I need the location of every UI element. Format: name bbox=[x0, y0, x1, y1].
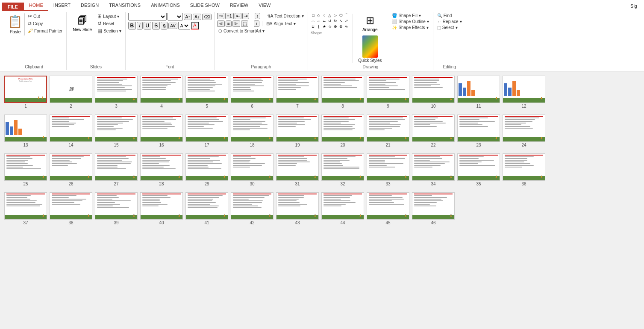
shape-cell[interactable]: ☆ bbox=[327, 24, 332, 29]
font-face-select[interactable] bbox=[128, 13, 167, 21]
slide-item[interactable]: 🧍 13 bbox=[4, 115, 47, 147]
slide-item[interactable]: 🧍7 bbox=[276, 76, 319, 109]
slide-item[interactable]: 🧍36 bbox=[503, 153, 545, 186]
shape-cell[interactable]: ∿ bbox=[344, 24, 349, 29]
shape-cell[interactable]: ⤡ bbox=[338, 18, 344, 24]
slide-item[interactable]: 🧍46 bbox=[412, 192, 455, 225]
shape-effects-button[interactable]: ✨ Shape Effects ▾ bbox=[391, 25, 430, 30]
section-button[interactable]: ▤ Section ▾ bbox=[96, 27, 122, 34]
tab-file[interactable]: FILE bbox=[2, 3, 24, 11]
shape-cell[interactable]: ⬠ bbox=[338, 13, 344, 18]
slide-item[interactable]: 🧍37 bbox=[4, 192, 47, 225]
slide-item[interactable]: ﷽2 bbox=[50, 76, 92, 109]
shape-cell[interactable]: ⊔ bbox=[311, 24, 316, 29]
slide-item[interactable]: 🧍4 bbox=[140, 76, 183, 109]
align-left-button[interactable]: ⫷ bbox=[217, 21, 225, 27]
slide-item[interactable]: 🧍41 bbox=[185, 192, 228, 225]
slide-item[interactable]: 🧍45 bbox=[367, 192, 409, 225]
slide-item[interactable]: 🧍23 bbox=[457, 115, 500, 147]
clear-format-button[interactable]: ⌫ bbox=[202, 14, 212, 20]
slide-item[interactable]: 🧍18 bbox=[231, 115, 273, 147]
italic-button[interactable]: I bbox=[137, 22, 142, 29]
slide-item[interactable]: 🧍38 bbox=[50, 192, 92, 225]
font-color-button[interactable]: A bbox=[191, 22, 199, 29]
font-size-select[interactable] bbox=[168, 13, 183, 21]
tab-view[interactable]: VIEW bbox=[253, 0, 276, 11]
convert-smartart-button[interactable]: ⬡ Convert to SmartArt ▾ bbox=[217, 28, 266, 34]
slide-item[interactable]: Presentation Title Subtitle text goes he… bbox=[4, 76, 47, 109]
tab-slideshow[interactable]: SLIDE SHOW bbox=[185, 0, 225, 11]
shape-cell[interactable]: ⌒ bbox=[344, 13, 349, 18]
slide-item[interactable]: 🧍32 bbox=[321, 153, 364, 186]
strikethrough-button[interactable]: S bbox=[152, 22, 160, 29]
font-case-select[interactable]: Aa bbox=[178, 22, 190, 29]
underline-button[interactable]: U bbox=[144, 22, 152, 29]
tab-review[interactable]: REVIEW bbox=[225, 0, 253, 11]
new-slide-button[interactable]: 🗐 New Slide bbox=[69, 13, 95, 34]
copy-button[interactable]: ⧉ Copy bbox=[26, 20, 64, 27]
paste-button[interactable]: 📋 Paste bbox=[4, 13, 25, 36]
shape-cell[interactable]: □ bbox=[311, 13, 316, 18]
char-spacing-button[interactable]: AV bbox=[168, 23, 177, 29]
shape-cell[interactable]: ↻ bbox=[333, 18, 338, 24]
shape-cell[interactable]: ⌓ bbox=[311, 18, 316, 24]
slide-item[interactable]: 🧍22 bbox=[412, 115, 455, 147]
slide-item[interactable]: 🧍20 bbox=[321, 115, 364, 147]
shape-cell[interactable]: ⌙ bbox=[322, 18, 327, 24]
increase-indent-button[interactable]: ⇥ bbox=[242, 13, 249, 19]
numbering-button[interactable]: ≡1 bbox=[225, 13, 233, 19]
tab-transitions[interactable]: TRANSITIONS bbox=[104, 0, 146, 11]
slide-item[interactable]: 🧍21 bbox=[367, 115, 409, 147]
format-painter-button[interactable]: 🖌 Format Painter bbox=[26, 27, 64, 34]
slide-item[interactable]: 🧍17 bbox=[185, 115, 228, 147]
slide-item[interactable]: 🧍14 bbox=[50, 115, 92, 147]
shape-outline-button[interactable]: ⬜ Shape Outline ▾ bbox=[391, 19, 430, 24]
tab-insert[interactable]: INSERT bbox=[48, 0, 76, 11]
arrange-button[interactable]: ⊞ Arrange bbox=[356, 13, 384, 34]
slide-item[interactable]: 🧍30 bbox=[231, 153, 273, 186]
select-button[interactable]: ⬚ Select ▾ bbox=[436, 25, 463, 30]
slide-item[interactable]: 🧍27 bbox=[95, 153, 138, 186]
slide-item[interactable]: 🧍34 bbox=[412, 153, 455, 186]
quick-styles-button[interactable]: Quick Styles bbox=[356, 35, 384, 64]
column-button[interactable]: ⫾ bbox=[254, 21, 259, 27]
reset-button[interactable]: ↺ Reset bbox=[96, 20, 122, 27]
decrease-indent-button[interactable]: ⇤ bbox=[235, 13, 241, 19]
slide-item[interactable]: 🧍26 bbox=[50, 153, 92, 186]
slide-item[interactable]: 🧍 11 bbox=[457, 76, 500, 109]
align-text-button[interactable]: ⊞A Align Text ▾ bbox=[265, 21, 297, 26]
slide-item[interactable]: 🧍10 bbox=[412, 76, 455, 109]
slide-item[interactable]: 🧍16 bbox=[140, 115, 183, 147]
slide-item[interactable]: 🧍9 bbox=[367, 76, 409, 109]
slide-item[interactable]: 🧍25 bbox=[4, 153, 47, 186]
shape-cell[interactable]: ⤢ bbox=[344, 18, 349, 24]
slide-item[interactable]: 🧍 12 bbox=[503, 76, 545, 109]
shape-cell[interactable]: ○ bbox=[322, 13, 327, 18]
slide-scroll[interactable]: Presentation Title Subtitle text goes he… bbox=[4, 76, 640, 306]
slide-item[interactable]: 🧍39 bbox=[95, 192, 138, 225]
shape-cell[interactable]: ⊗ bbox=[338, 24, 344, 29]
slide-item[interactable]: 🧍29 bbox=[185, 153, 228, 186]
slide-item[interactable]: 🧍19 bbox=[276, 115, 319, 147]
shape-cell[interactable]: ↺ bbox=[327, 18, 332, 24]
shape-cell[interactable]: ▷ bbox=[333, 13, 338, 18]
bullets-button[interactable]: ≡• bbox=[217, 13, 224, 19]
replace-button[interactable]: ↔ Replace ▾ bbox=[436, 19, 463, 24]
text-direction-button[interactable]: ⇅A Text Direction ▾ bbox=[266, 13, 305, 19]
tab-sig[interactable]: Sig bbox=[625, 1, 642, 11]
slide-item[interactable]: 🧍31 bbox=[276, 153, 319, 186]
slide-item[interactable]: 🧍6 bbox=[231, 76, 273, 109]
shape-cell[interactable]: ⌐ bbox=[316, 18, 321, 24]
slide-item[interactable]: 🧍28 bbox=[140, 153, 183, 186]
slide-item[interactable]: 🧍5 bbox=[185, 76, 228, 109]
slide-item[interactable]: 🧍24 bbox=[503, 115, 545, 147]
align-center-button[interactable]: ≡ bbox=[226, 21, 232, 27]
layout-button[interactable]: ⊞ Layout ▾ bbox=[96, 13, 122, 20]
cut-button[interactable]: ✂ Cut bbox=[26, 13, 64, 20]
shape-fill-button[interactable]: 🪣 Shape Fill ▾ bbox=[391, 13, 430, 18]
line-spacing-button[interactable]: ↕ bbox=[255, 13, 260, 19]
shape-cell[interactable]: ◇ bbox=[316, 13, 321, 18]
decrease-font-button[interactable]: A↓ bbox=[193, 14, 201, 20]
slide-item[interactable]: 🧍42 bbox=[231, 192, 273, 225]
slide-item[interactable]: 🧍33 bbox=[367, 153, 409, 186]
